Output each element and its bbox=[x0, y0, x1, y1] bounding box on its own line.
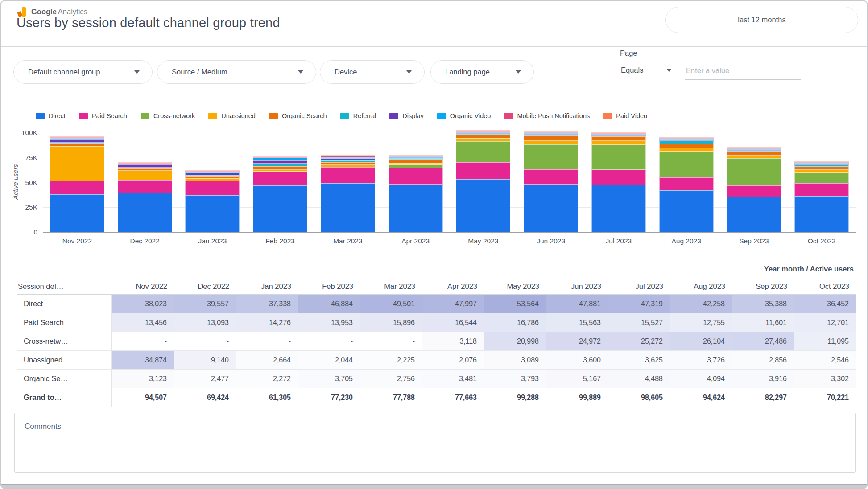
brand-analytics: Analytics bbox=[58, 8, 87, 16]
bar-segment-cross-network[interactable] bbox=[794, 173, 849, 184]
bar-jul-2023[interactable] bbox=[591, 132, 646, 232]
bar-segment-direct[interactable] bbox=[253, 185, 307, 232]
page-filter-operator-select[interactable]: Equals bbox=[620, 62, 674, 79]
table-cell: 37,338 bbox=[236, 295, 298, 313]
legend-item-organic-search[interactable]: Organic Search bbox=[269, 112, 327, 119]
comments-box[interactable]: Comments bbox=[14, 413, 856, 473]
bar-segment-paid-search[interactable] bbox=[389, 168, 443, 185]
bar-segment-direct[interactable] bbox=[185, 195, 240, 232]
bar-segment-display[interactable] bbox=[253, 160, 307, 164]
legend-swatch-icon bbox=[340, 113, 349, 119]
legend-item-mobile-push-notifications[interactable]: Mobile Push Notifications bbox=[504, 112, 590, 119]
bar-segment-direct[interactable] bbox=[659, 190, 714, 232]
bar-segment-display[interactable] bbox=[50, 139, 104, 143]
table-cell: 3,726 bbox=[670, 351, 732, 369]
table-cell: 4,488 bbox=[608, 370, 670, 388]
bar-segment-organic-search[interactable] bbox=[727, 152, 781, 156]
bar-segment-direct[interactable] bbox=[321, 183, 375, 232]
bar-segment-cross-network[interactable] bbox=[659, 152, 714, 177]
x-tick-label: Nov 2022 bbox=[43, 237, 111, 245]
bar-segment-organic-search[interactable] bbox=[794, 167, 849, 170]
bar-segment-cross-network[interactable] bbox=[591, 145, 646, 170]
legend-item-display[interactable]: Display bbox=[389, 112, 424, 119]
bar-segment-cross-network[interactable] bbox=[524, 144, 578, 169]
bar-sep-2023[interactable] bbox=[727, 147, 781, 232]
x-tick-label: Jul 2023 bbox=[585, 237, 653, 245]
bar-may-2023[interactable] bbox=[456, 130, 510, 232]
legend-label: Cross-network bbox=[153, 112, 195, 119]
bar-segment-direct[interactable] bbox=[524, 185, 578, 232]
column-header: Feb 2023 bbox=[298, 282, 360, 294]
bar-segment-cross-network[interactable] bbox=[389, 165, 443, 168]
table-cell: 3,481 bbox=[422, 370, 484, 388]
x-tick-label: Oct 2023 bbox=[788, 237, 856, 245]
table-cell: 15,896 bbox=[360, 313, 422, 332]
table-cell: 11,601 bbox=[732, 313, 794, 332]
legend-item-unassigned[interactable]: Unassigned bbox=[208, 112, 256, 119]
bar-dec-2022[interactable] bbox=[118, 162, 172, 232]
bar-nov-2022[interactable] bbox=[50, 136, 104, 232]
bar-segment-paid-search[interactable] bbox=[50, 181, 104, 194]
bar-segment-paid-search[interactable] bbox=[659, 177, 714, 190]
filter-chip-landing-page[interactable]: Landing page bbox=[430, 60, 534, 84]
bar-segment-unassigned[interactable] bbox=[118, 171, 172, 180]
filter-chip-label: Landing page bbox=[445, 68, 490, 76]
bar-segment-unassigned[interactable] bbox=[456, 138, 510, 141]
legend-swatch-icon bbox=[389, 113, 398, 119]
bar-segment-organic-search[interactable] bbox=[591, 136, 646, 141]
column-header: May 2023 bbox=[484, 282, 546, 294]
filter-chip-source-medium[interactable]: Source / Medium bbox=[157, 60, 316, 84]
bar-jun-2023[interactable] bbox=[524, 131, 578, 232]
bar-mar-2023[interactable] bbox=[321, 155, 375, 232]
bar-segment-paid-search[interactable] bbox=[591, 170, 646, 185]
bottom-scrollbar-track[interactable] bbox=[1, 484, 867, 488]
bar-segment-direct[interactable] bbox=[456, 179, 510, 232]
bar-segment-organic-search[interactable] bbox=[389, 160, 443, 163]
bar-segment-paid-search[interactable] bbox=[185, 181, 240, 195]
bar-segment-unassigned[interactable] bbox=[591, 141, 646, 144]
bar-segment-paid-search[interactable] bbox=[794, 183, 849, 196]
bar-feb-2023[interactable] bbox=[253, 156, 307, 232]
page-filter-value-input[interactable] bbox=[685, 62, 801, 80]
bar-segment-unassigned[interactable] bbox=[524, 141, 578, 144]
legend-item-referral[interactable]: Referral bbox=[340, 112, 376, 119]
bar-segment-organic-search[interactable] bbox=[253, 166, 307, 170]
bar-segment-direct[interactable] bbox=[118, 193, 172, 232]
bar-jan-2023[interactable] bbox=[185, 170, 240, 232]
bar-segment-paid-search[interactable] bbox=[253, 172, 307, 185]
bar-segment-organic-search[interactable] bbox=[524, 136, 578, 141]
bar-segment-direct[interactable] bbox=[50, 194, 104, 232]
bar-segment-organic-search[interactable] bbox=[456, 135, 510, 138]
filter-chip-default-channel-group[interactable]: Default channel group bbox=[13, 60, 153, 84]
bar-segment-paid-search[interactable] bbox=[321, 167, 375, 183]
legend-item-organic-video[interactable]: Organic Video bbox=[437, 112, 491, 119]
bar-oct-2023[interactable] bbox=[794, 161, 849, 232]
chevron-down-icon bbox=[516, 70, 521, 74]
legend-item-paid-search[interactable]: Paid Search bbox=[79, 112, 127, 119]
column-header: Jul 2023 bbox=[608, 282, 670, 294]
filter-chip-device[interactable]: Device bbox=[320, 60, 425, 84]
bar-segment-direct[interactable] bbox=[794, 196, 849, 232]
bar-segment-cross-network[interactable] bbox=[456, 141, 510, 162]
bar-segment-direct[interactable] bbox=[727, 197, 781, 232]
legend-item-direct[interactable]: Direct bbox=[36, 112, 66, 119]
date-range-button[interactable]: last 12 months bbox=[665, 7, 858, 33]
bar-segment-paid-search[interactable] bbox=[118, 180, 172, 193]
bar-segment-paid-search[interactable] bbox=[456, 162, 510, 179]
bar-segment-direct[interactable] bbox=[591, 185, 646, 232]
bar-segment-cross-network[interactable] bbox=[727, 158, 781, 185]
bar-apr-2023[interactable] bbox=[389, 155, 443, 232]
table-cell: 2,272 bbox=[236, 370, 298, 388]
bar-segment-organic-search[interactable] bbox=[659, 144, 714, 148]
legend-item-paid-video[interactable]: Paid Video bbox=[603, 112, 647, 119]
bar-segment-direct[interactable] bbox=[389, 185, 443, 232]
legend-item-cross-network[interactable]: Cross-network bbox=[141, 112, 195, 119]
bar-segment-paid-search[interactable] bbox=[727, 185, 781, 197]
bar-segment-organic-search[interactable] bbox=[50, 144, 104, 147]
filter-chip-label: Default channel group bbox=[28, 68, 100, 76]
bar-segment-paid-search[interactable] bbox=[524, 169, 578, 185]
bar-segment-unassigned[interactable] bbox=[659, 148, 714, 152]
row-label: Grand to… bbox=[17, 388, 112, 407]
bar-segment-unassigned[interactable] bbox=[50, 146, 104, 181]
bar-aug-2023[interactable] bbox=[659, 137, 714, 232]
